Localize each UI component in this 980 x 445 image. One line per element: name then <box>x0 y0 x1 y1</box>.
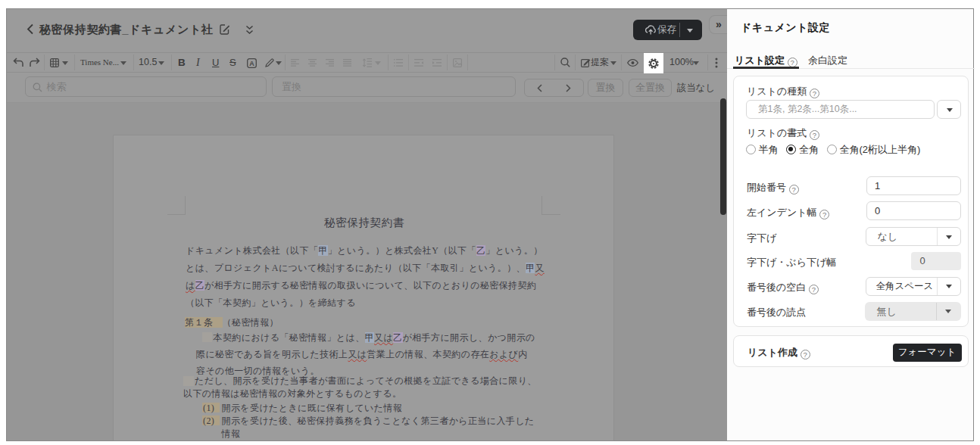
svg-text:A: A <box>249 59 254 67</box>
